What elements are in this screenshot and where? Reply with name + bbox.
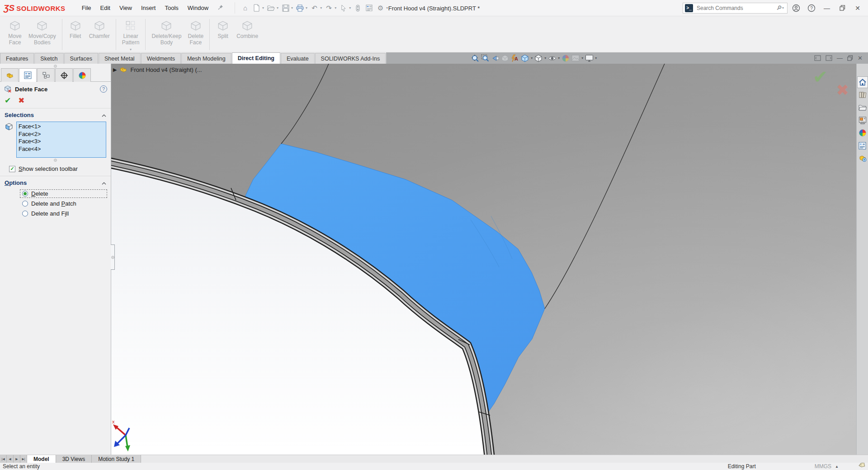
doc-restore-button[interactable] bbox=[847, 55, 853, 61]
unit-system-caret[interactable]: ▲ bbox=[835, 465, 839, 469]
show-selection-toolbar-row[interactable]: ✓ Show selection toolbar bbox=[0, 163, 111, 176]
combine-button[interactable]: Combine bbox=[233, 18, 261, 51]
menu-tools[interactable]: Tools bbox=[160, 2, 183, 14]
menu-view[interactable]: View bbox=[115, 2, 137, 14]
hide-show-items-icon[interactable] bbox=[547, 54, 557, 62]
tab-sketch[interactable]: Sketch bbox=[34, 53, 63, 64]
search-icon[interactable]: 🔎︎ bbox=[776, 5, 782, 11]
magnet-mate-icon[interactable] bbox=[352, 2, 363, 14]
selections-collapse-chevron[interactable] bbox=[102, 112, 106, 118]
confirm-ok-icon[interactable]: ✔ bbox=[813, 66, 828, 87]
close-button[interactable]: ✕ bbox=[851, 2, 864, 14]
zoom-to-area-icon[interactable] bbox=[481, 54, 490, 62]
edit-appearance-icon[interactable] bbox=[561, 54, 570, 62]
options-group-header[interactable]: Options bbox=[0, 176, 111, 188]
linear-pattern-button[interactable]: LinearPattern ▾ bbox=[119, 18, 143, 51]
tags-icon[interactable] bbox=[859, 463, 865, 470]
print-dropdown-caret[interactable]: ▾ bbox=[306, 6, 307, 10]
model-tab[interactable]: Model bbox=[27, 455, 56, 463]
scroll-first-tab-button[interactable]: |◀ bbox=[0, 455, 7, 463]
show-selection-toolbar-checkbox[interactable]: ✓ bbox=[9, 166, 15, 172]
pm-cancel-button[interactable]: ✖ bbox=[18, 97, 24, 104]
appearances-scenes-icon[interactable] bbox=[857, 127, 868, 139]
open-icon[interactable] bbox=[265, 2, 277, 14]
section-view-icon[interactable] bbox=[500, 54, 509, 62]
selected-faces-listbox[interactable]: Face<1> Face<2> Face<3> Face<4> bbox=[16, 122, 106, 158]
display-style-caret[interactable]: ▾ bbox=[544, 56, 546, 60]
radio-delete-and-fill[interactable]: Delete and Fill bbox=[20, 209, 107, 218]
new-document-icon[interactable] bbox=[251, 2, 262, 14]
search-commands-box[interactable]: >_ 🔎︎ ▾ bbox=[683, 3, 788, 14]
radio-delete-and-patch-circle[interactable] bbox=[22, 201, 28, 207]
tab-solidworks-addins[interactable]: SOLIDWORKS Add-Ins bbox=[315, 53, 386, 64]
pin-menu-icon[interactable] bbox=[217, 4, 224, 12]
face-list-item[interactable]: Face<4> bbox=[19, 146, 104, 153]
menu-edit[interactable]: Edit bbox=[96, 2, 115, 14]
configuration-manager-tab[interactable] bbox=[37, 68, 55, 82]
radio-delete-circle[interactable] bbox=[22, 191, 28, 197]
radio-delete-and-fill-circle[interactable] bbox=[22, 211, 28, 216]
print-icon[interactable] bbox=[294, 2, 306, 14]
previous-view-icon[interactable] bbox=[491, 54, 500, 62]
tab-mesh-modeling[interactable]: Mesh Modeling bbox=[181, 53, 231, 64]
options-list-icon[interactable] bbox=[363, 2, 375, 14]
scroll-next-tab-button[interactable]: ▶ bbox=[14, 455, 20, 463]
user-account-icon[interactable] bbox=[789, 2, 803, 14]
model-canvas[interactable]: x bbox=[111, 64, 856, 455]
graphics-area[interactable]: x ▶ Front Hood v4 (Straight) (... ✔ bbox=[111, 64, 856, 455]
tab-features[interactable]: Features bbox=[0, 53, 34, 64]
view-palette-icon[interactable] bbox=[857, 114, 868, 126]
menu-file[interactable]: File bbox=[77, 2, 96, 14]
file-explorer-icon[interactable] bbox=[857, 102, 868, 113]
open-dropdown-caret[interactable]: ▾ bbox=[277, 6, 278, 10]
move-copy-bodies-button[interactable]: Move/CopyBodies bbox=[25, 18, 59, 51]
panel-top-splitter[interactable] bbox=[0, 64, 111, 68]
home-icon[interactable]: ⌂ bbox=[240, 2, 251, 14]
delete-keep-body-button[interactable]: Delete/KeepBody bbox=[148, 18, 184, 51]
tab-direct-editing[interactable]: Direct Editing bbox=[232, 52, 280, 64]
select-cursor-icon[interactable] bbox=[338, 2, 349, 14]
minimize-button[interactable]: — bbox=[820, 2, 834, 14]
panel-side-splitter[interactable] bbox=[111, 244, 115, 270]
custom-properties-icon[interactable] bbox=[857, 140, 868, 151]
new-dropdown-caret[interactable]: ▾ bbox=[262, 6, 264, 10]
tab-evaluate[interactable]: Evaluate bbox=[281, 53, 315, 64]
pm-ok-button[interactable]: ✔ bbox=[5, 97, 11, 104]
move-face-button[interactable]: MoveFace bbox=[5, 18, 25, 51]
dynamic-annotation-views-icon[interactable]: A bbox=[510, 54, 519, 62]
tab-sheet-metal[interactable]: Sheet Metal bbox=[99, 53, 141, 64]
listbox-resize-grip[interactable] bbox=[0, 158, 111, 163]
unit-system-label[interactable]: MMGS bbox=[815, 463, 831, 470]
menu-insert[interactable]: Insert bbox=[137, 2, 160, 14]
scroll-last-tab-button[interactable]: ▶| bbox=[20, 455, 27, 463]
tab-surfaces[interactable]: Surfaces bbox=[64, 53, 98, 64]
view-orientation-caret[interactable]: ▾ bbox=[531, 56, 533, 60]
selections-group-header[interactable]: Selections bbox=[0, 108, 111, 121]
solidworks-resources-icon[interactable] bbox=[857, 76, 868, 88]
radio-delete[interactable]: Delete bbox=[20, 189, 107, 198]
radio-delete-and-patch[interactable]: Delete and Patch bbox=[20, 199, 107, 208]
delete-face-button[interactable]: DeleteFace bbox=[184, 18, 207, 51]
undo-icon[interactable]: ↶ bbox=[309, 2, 320, 14]
menu-window[interactable]: Window bbox=[183, 2, 213, 14]
collapse-right-pane-icon[interactable] bbox=[826, 55, 832, 61]
collapse-left-pane-icon[interactable] bbox=[814, 55, 821, 61]
doc-close-button[interactable]: ✕ bbox=[858, 55, 863, 61]
scroll-prev-tab-button[interactable]: ◀ bbox=[7, 455, 14, 463]
face-list-item[interactable]: Face<2> bbox=[19, 131, 104, 138]
motion-study-tab[interactable]: Motion Study 1 bbox=[92, 455, 141, 463]
dimxpert-manager-tab[interactable] bbox=[55, 68, 73, 82]
flyout-featuremanager[interactable]: ▶ Front Hood v4 (Straight) (... bbox=[113, 66, 202, 74]
save-dropdown-caret[interactable]: ▾ bbox=[291, 6, 293, 10]
face-list-item[interactable]: Face<3> bbox=[19, 138, 104, 146]
redo-dropdown-caret[interactable]: ▾ bbox=[335, 6, 336, 10]
design-library-icon[interactable] bbox=[857, 89, 868, 101]
chamfer-button[interactable]: Chamfer bbox=[86, 18, 113, 51]
hide-show-items-caret[interactable]: ▾ bbox=[558, 56, 560, 60]
pm-help-icon[interactable]: ? bbox=[100, 85, 107, 93]
apply-scene-caret[interactable]: ▾ bbox=[581, 56, 583, 60]
settings-dropdown-caret[interactable]: ▾ bbox=[386, 6, 388, 10]
3d-views-tab[interactable]: 3D Views bbox=[56, 455, 92, 463]
display-style-icon[interactable] bbox=[534, 54, 543, 62]
settings-gear-icon[interactable]: ⚙ bbox=[375, 2, 386, 14]
